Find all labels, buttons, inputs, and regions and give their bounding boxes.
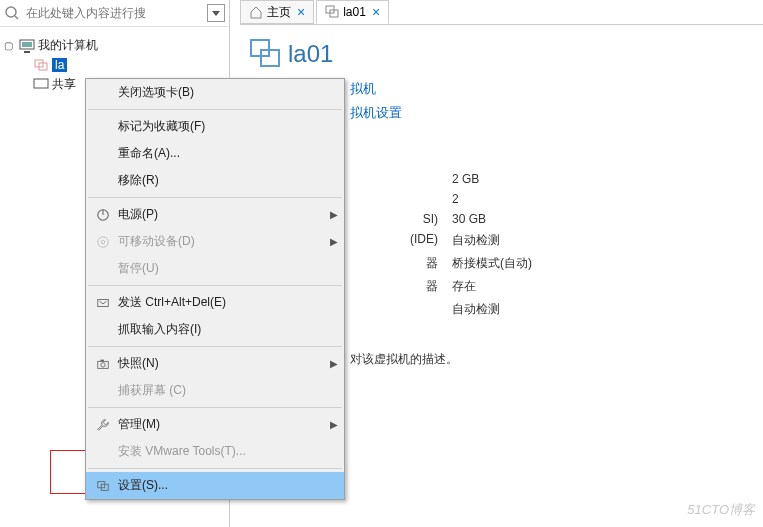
menu-item: 捕获屏幕 (C)	[86, 377, 344, 404]
tab-home[interactable]: 主页 ×	[240, 0, 314, 24]
menu-label: 移除(R)	[118, 172, 338, 189]
menu-label: 捕获屏幕 (C)	[118, 382, 338, 399]
tree-share-label: 共享	[52, 76, 76, 93]
prop-table: 2 GB 2 SI)30 GB (IDE)自动检测 器桥接模式(自动) 器存在 …	[356, 169, 757, 321]
menu-separator	[88, 407, 342, 408]
tree-item-selected[interactable]: la	[30, 56, 225, 74]
menu-label: 抓取输入内容(I)	[118, 321, 338, 338]
table-row: SI)30 GB	[356, 209, 757, 229]
svg-line-1	[15, 16, 18, 19]
menu-item: 安装 VMware Tools(T)...	[86, 438, 344, 465]
menu-item[interactable]: 标记为收藏项(F)	[86, 113, 344, 140]
menu-label: 管理(M)	[118, 416, 330, 433]
context-menu: 关闭选项卡(B)标记为收藏项(F)重命名(A)...移除(R)电源(P)▶可移动…	[85, 78, 345, 500]
table-row: 自动检测	[356, 298, 757, 321]
svg-point-14	[98, 236, 109, 247]
menu-label: 可移动设备(D)	[118, 233, 330, 250]
table-row: 器桥接模式(自动)	[356, 252, 757, 275]
chevron-right-icon: ▶	[330, 236, 338, 247]
blank-icon	[92, 444, 114, 460]
menu-separator	[88, 346, 342, 347]
blank-icon	[92, 173, 114, 189]
link-settings[interactable]: 拟机设置	[350, 101, 757, 125]
camera-icon	[92, 356, 114, 372]
svg-rect-16	[98, 299, 109, 306]
menu-label: 关闭选项卡(B)	[118, 84, 338, 101]
blank-icon	[92, 119, 114, 135]
table-row: 2 GB	[356, 169, 757, 189]
menu-item[interactable]: 移除(R)	[86, 167, 344, 194]
tab-close-icon[interactable]: ×	[372, 4, 380, 20]
menu-item[interactable]: 设置(S)...	[86, 472, 344, 499]
blank-icon	[92, 85, 114, 101]
svg-rect-19	[100, 359, 104, 361]
menu-item[interactable]: 关闭选项卡(B)	[86, 79, 344, 106]
menu-separator	[88, 197, 342, 198]
tab-active-label: la01	[343, 5, 366, 19]
table-row: 器存在	[356, 275, 757, 298]
blank-icon	[92, 322, 114, 338]
vm-tab-icon	[325, 5, 339, 19]
search-row	[0, 0, 229, 27]
vm-icon	[33, 58, 49, 72]
search-icon	[4, 5, 20, 21]
svg-point-0	[6, 7, 16, 17]
tabs: 主页 × la01 ×	[240, 0, 391, 24]
menu-label: 发送 Ctrl+Alt+Del(E)	[118, 294, 338, 311]
search-input[interactable]	[24, 2, 207, 24]
table-row: 2	[356, 189, 757, 209]
power-icon	[92, 207, 114, 223]
tab-home-label: 主页	[267, 4, 291, 21]
vm-header: la01	[246, 31, 757, 77]
menu-label: 设置(S)...	[118, 477, 338, 494]
tab-close-icon[interactable]: ×	[297, 4, 305, 20]
svg-point-18	[101, 362, 105, 366]
blank-icon	[92, 383, 114, 399]
menu-item[interactable]: 电源(P)▶	[86, 201, 344, 228]
blank-icon	[92, 146, 114, 162]
collapse-icon[interactable]: ▢	[4, 40, 16, 51]
menu-separator	[88, 109, 342, 110]
share-icon	[33, 78, 49, 92]
menu-item[interactable]: 管理(M)▶	[86, 411, 344, 438]
menu-label: 电源(P)	[118, 206, 330, 223]
menu-item[interactable]: 快照(N)▶	[86, 350, 344, 377]
menu-label: 标记为收藏项(F)	[118, 118, 338, 135]
disc-icon	[92, 234, 114, 250]
vm-description: 对该虚拟机的描述。	[350, 351, 757, 368]
menu-item[interactable]: 发送 Ctrl+Alt+Del(E)	[86, 289, 344, 316]
menu-separator	[88, 285, 342, 286]
watermark: 51CTO博客	[687, 501, 755, 519]
tree-root-label: 我的计算机	[38, 37, 98, 54]
table-row: (IDE)自动检测	[356, 229, 757, 252]
link-power[interactable]: 拟机	[350, 77, 757, 101]
svg-rect-7	[34, 79, 48, 88]
menu-label: 安装 VMware Tools(T)...	[118, 443, 338, 460]
wrench-icon	[92, 417, 114, 433]
svg-point-15	[101, 240, 105, 244]
vm-title: la01	[288, 40, 333, 68]
send-icon	[92, 295, 114, 311]
computer-icon	[19, 39, 35, 53]
blank-icon	[92, 261, 114, 277]
home-icon	[249, 5, 263, 19]
vm-large-icon	[248, 37, 282, 71]
tab-active[interactable]: la01 ×	[316, 0, 389, 24]
menu-item[interactable]: 重命名(A)...	[86, 140, 344, 167]
menu-label: 重命名(A)...	[118, 145, 338, 162]
menu-separator	[88, 468, 342, 469]
menu-label: 暂停(U)	[118, 260, 338, 277]
tree-root[interactable]: ▢ 我的计算机	[4, 35, 225, 56]
settings-icon	[92, 478, 114, 494]
menu-label: 快照(N)	[118, 355, 330, 372]
menu-item: 可移动设备(D)▶	[86, 228, 344, 255]
svg-rect-3	[22, 42, 32, 47]
vm-links: 拟机 拟机设置	[350, 77, 757, 125]
filter-dropdown[interactable]	[207, 4, 225, 22]
menu-item[interactable]: 抓取输入内容(I)	[86, 316, 344, 343]
chevron-right-icon: ▶	[330, 419, 338, 430]
tree-selected-label: la	[52, 58, 67, 72]
chevron-right-icon: ▶	[330, 358, 338, 369]
menu-item: 暂停(U)	[86, 255, 344, 282]
chevron-right-icon: ▶	[330, 209, 338, 220]
